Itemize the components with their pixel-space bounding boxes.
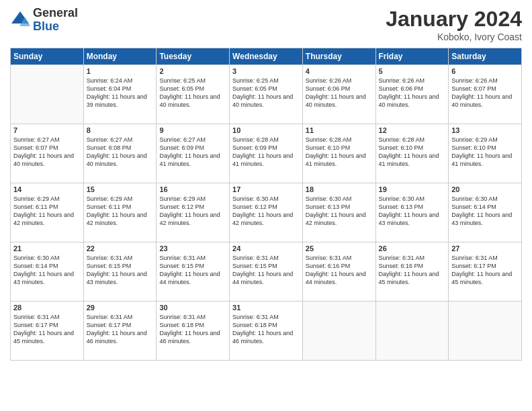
calendar-cell: 25Sunrise: 6:31 AMSunset: 6:16 PMDayligh… <box>302 242 375 302</box>
month-title: January 2024 <box>386 7 522 32</box>
calendar-cell: 12Sunrise: 6:28 AMSunset: 6:10 PMDayligh… <box>375 124 449 183</box>
day-number: 5 <box>379 67 446 75</box>
week-row-1: 7Sunrise: 6:27 AMSunset: 6:07 PMDaylight… <box>11 124 522 183</box>
day-number: 14 <box>13 185 81 193</box>
cell-info: Sunrise: 6:30 AMSunset: 6:13 PMDaylight:… <box>379 195 446 228</box>
col-header-sunday: Sunday <box>11 48 84 65</box>
day-number: 22 <box>87 244 154 253</box>
calendar-cell: 19Sunrise: 6:30 AMSunset: 6:13 PMDayligh… <box>375 183 449 242</box>
cell-info: Sunrise: 6:31 AMSunset: 6:15 PMDaylight:… <box>232 254 300 287</box>
day-number: 10 <box>232 126 300 134</box>
header: General Blue January 2024 Koboko, Ivory … <box>10 7 522 42</box>
calendar-cell: 30Sunrise: 6:31 AMSunset: 6:18 PMDayligh… <box>157 302 230 361</box>
calendar-cell <box>375 302 449 361</box>
calendar-cell: 6Sunrise: 6:26 AMSunset: 6:07 PMDaylight… <box>449 65 522 124</box>
calendar-cell: 20Sunrise: 6:30 AMSunset: 6:14 PMDayligh… <box>449 183 522 242</box>
cell-info: Sunrise: 6:29 AMSunset: 6:12 PMDaylight:… <box>159 195 226 228</box>
day-number: 12 <box>379 126 446 134</box>
cell-info: Sunrise: 6:31 AMSunset: 6:17 PMDaylight:… <box>13 313 81 346</box>
logo-text: General Blue <box>33 7 78 34</box>
week-row-4: 28Sunrise: 6:31 AMSunset: 6:17 PMDayligh… <box>11 302 522 361</box>
day-number: 2 <box>159 67 226 75</box>
col-header-monday: Monday <box>83 48 157 65</box>
day-number: 28 <box>13 304 81 312</box>
col-header-tuesday: Tuesday <box>157 48 230 65</box>
page-container: General Blue January 2024 Koboko, Ivory … <box>0 0 532 411</box>
cell-info: Sunrise: 6:31 AMSunset: 6:16 PMDaylight:… <box>306 254 373 287</box>
day-number: 19 <box>379 185 446 193</box>
day-number: 31 <box>232 304 300 312</box>
calendar-cell: 27Sunrise: 6:31 AMSunset: 6:17 PMDayligh… <box>449 242 522 302</box>
calendar-cell: 15Sunrise: 6:29 AMSunset: 6:11 PMDayligh… <box>83 183 157 242</box>
day-number: 26 <box>379 244 446 253</box>
cell-info: Sunrise: 6:30 AMSunset: 6:12 PMDaylight:… <box>232 195 300 228</box>
col-header-wednesday: Wednesday <box>230 48 303 65</box>
day-number: 16 <box>159 185 226 193</box>
day-number: 17 <box>232 185 300 193</box>
week-row-0: 1Sunrise: 6:24 AMSunset: 6:04 PMDaylight… <box>11 65 522 124</box>
calendar-cell: 14Sunrise: 6:29 AMSunset: 6:11 PMDayligh… <box>11 183 84 242</box>
logo-general-text: General <box>33 7 78 20</box>
calendar-cell: 1Sunrise: 6:24 AMSunset: 6:04 PMDaylight… <box>83 65 157 124</box>
calendar-cell: 9Sunrise: 6:27 AMSunset: 6:09 PMDaylight… <box>157 124 230 183</box>
day-number: 21 <box>13 244 81 253</box>
day-number: 27 <box>451 244 519 253</box>
title-block: January 2024 Koboko, Ivory Coast <box>386 7 522 42</box>
day-number: 7 <box>13 126 81 134</box>
calendar-cell: 10Sunrise: 6:28 AMSunset: 6:09 PMDayligh… <box>230 124 303 183</box>
cell-info: Sunrise: 6:30 AMSunset: 6:14 PMDaylight:… <box>451 195 519 228</box>
week-row-3: 21Sunrise: 6:30 AMSunset: 6:14 PMDayligh… <box>11 242 522 302</box>
calendar-cell: 31Sunrise: 6:31 AMSunset: 6:18 PMDayligh… <box>230 302 303 361</box>
cell-info: Sunrise: 6:26 AMSunset: 6:07 PMDaylight:… <box>451 77 519 109</box>
calendar-cell: 28Sunrise: 6:31 AMSunset: 6:17 PMDayligh… <box>11 302 84 361</box>
calendar-cell <box>449 302 522 361</box>
day-number: 9 <box>159 126 226 134</box>
day-number: 30 <box>159 304 226 312</box>
cell-info: Sunrise: 6:30 AMSunset: 6:14 PMDaylight:… <box>13 254 81 287</box>
cell-info: Sunrise: 6:31 AMSunset: 6:16 PMDaylight:… <box>379 254 446 287</box>
cell-info: Sunrise: 6:31 AMSunset: 6:18 PMDaylight:… <box>159 313 226 346</box>
col-header-friday: Friday <box>375 48 449 65</box>
calendar-cell: 17Sunrise: 6:30 AMSunset: 6:12 PMDayligh… <box>230 183 303 242</box>
cell-info: Sunrise: 6:28 AMSunset: 6:10 PMDaylight:… <box>379 136 446 169</box>
calendar-cell <box>302 302 375 361</box>
calendar-cell: 24Sunrise: 6:31 AMSunset: 6:15 PMDayligh… <box>230 242 303 302</box>
cell-info: Sunrise: 6:26 AMSunset: 6:06 PMDaylight:… <box>306 77 373 109</box>
calendar-cell: 22Sunrise: 6:31 AMSunset: 6:15 PMDayligh… <box>83 242 157 302</box>
col-header-saturday: Saturday <box>449 48 522 65</box>
calendar-cell: 11Sunrise: 6:28 AMSunset: 6:10 PMDayligh… <box>302 124 375 183</box>
calendar-cell: 29Sunrise: 6:31 AMSunset: 6:17 PMDayligh… <box>83 302 157 361</box>
cell-info: Sunrise: 6:27 AMSunset: 6:09 PMDaylight:… <box>159 136 226 169</box>
cell-info: Sunrise: 6:25 AMSunset: 6:05 PMDaylight:… <box>232 77 300 109</box>
cell-info: Sunrise: 6:30 AMSunset: 6:13 PMDaylight:… <box>306 195 373 228</box>
location: Koboko, Ivory Coast <box>386 32 522 42</box>
calendar-cell: 21Sunrise: 6:30 AMSunset: 6:14 PMDayligh… <box>11 242 84 302</box>
logo-blue-text: Blue <box>33 20 78 34</box>
calendar-cell: 26Sunrise: 6:31 AMSunset: 6:16 PMDayligh… <box>375 242 449 302</box>
logo: General Blue <box>10 7 78 34</box>
day-number: 23 <box>159 244 226 253</box>
cell-info: Sunrise: 6:25 AMSunset: 6:05 PMDaylight:… <box>159 77 226 109</box>
day-number: 18 <box>306 185 373 193</box>
day-number: 4 <box>306 67 373 75</box>
day-number: 6 <box>451 67 519 75</box>
day-number: 29 <box>87 304 154 312</box>
calendar-cell: 2Sunrise: 6:25 AMSunset: 6:05 PMDaylight… <box>157 65 230 124</box>
cell-info: Sunrise: 6:31 AMSunset: 6:15 PMDaylight:… <box>159 254 226 287</box>
cell-info: Sunrise: 6:29 AMSunset: 6:10 PMDaylight:… <box>451 136 519 169</box>
cell-info: Sunrise: 6:31 AMSunset: 6:17 PMDaylight:… <box>87 313 154 346</box>
calendar-cell: 23Sunrise: 6:31 AMSunset: 6:15 PMDayligh… <box>157 242 230 302</box>
calendar-cell: 13Sunrise: 6:29 AMSunset: 6:10 PMDayligh… <box>449 124 522 183</box>
calendar-cell: 18Sunrise: 6:30 AMSunset: 6:13 PMDayligh… <box>302 183 375 242</box>
cell-info: Sunrise: 6:29 AMSunset: 6:11 PMDaylight:… <box>87 195 154 228</box>
day-number: 3 <box>232 67 300 75</box>
cell-info: Sunrise: 6:26 AMSunset: 6:06 PMDaylight:… <box>379 77 446 109</box>
day-number: 11 <box>306 126 373 134</box>
cell-info: Sunrise: 6:31 AMSunset: 6:18 PMDaylight:… <box>232 313 300 346</box>
week-row-2: 14Sunrise: 6:29 AMSunset: 6:11 PMDayligh… <box>11 183 522 242</box>
cell-info: Sunrise: 6:28 AMSunset: 6:10 PMDaylight:… <box>306 136 373 169</box>
calendar-cell: 3Sunrise: 6:25 AMSunset: 6:05 PMDaylight… <box>230 65 303 124</box>
cell-info: Sunrise: 6:28 AMSunset: 6:09 PMDaylight:… <box>232 136 300 169</box>
day-number: 25 <box>306 244 373 253</box>
calendar-cell: 5Sunrise: 6:26 AMSunset: 6:06 PMDaylight… <box>375 65 449 124</box>
